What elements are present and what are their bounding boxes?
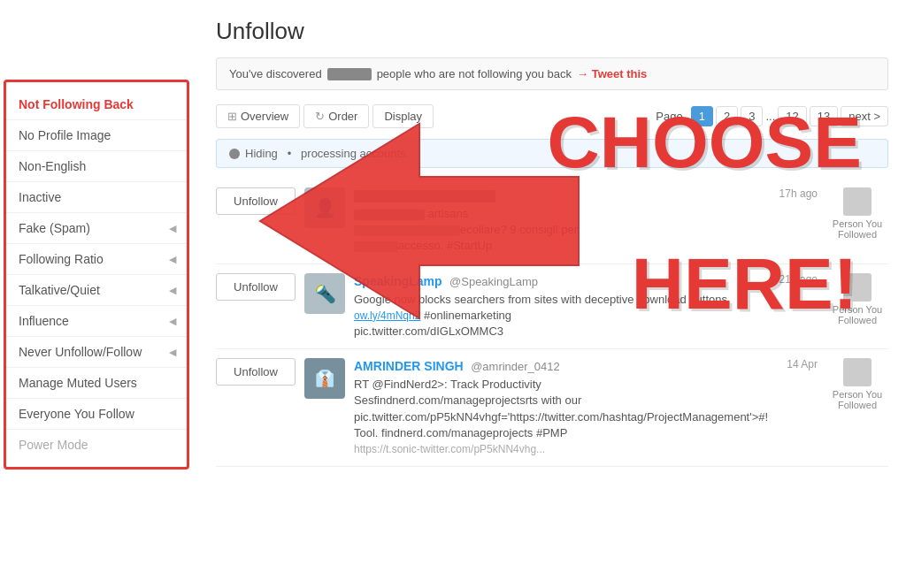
table-row: Unfollow 👔 AMRINDER SINGH @amrinder_0412… [216,349,888,467]
sidebar-item-label: Everyone You Follow [19,407,134,421]
discovery-text-pre: You've discovered [229,67,322,80]
sidebar-item-label: Non-English [19,159,86,173]
sidebar-item-fake-spam[interactable]: Fake (Spam)◀ [6,213,187,244]
user-info: SpeakingLamp @SpeakingLamp 21h ago Googl… [354,273,818,340]
order-label: Order [328,110,357,123]
user-handle: @SpeakingLamp [449,275,538,288]
relation-label: Person YouFollowed [826,358,888,410]
order-button[interactable]: ↻ Order [303,104,369,128]
tweet-url[interactable]: ow.ly/4mNqn2 [354,309,420,322]
avatar-image: 👤 [304,187,345,228]
user-name: AMRINDER SINGH [354,359,464,373]
page-13-button[interactable]: 13 [810,106,838,126]
sidebar-item-inactive[interactable]: Inactive [6,182,187,213]
user-info: 17h ago artisans ecollare? 9 consigli pe… [354,187,818,255]
discovery-text-post: people who are not following you back [377,67,572,80]
display-label: Display [384,110,422,123]
user-info: AMRINDER SINGH @amrinder_0412 14 Apr RT … [354,358,818,457]
sidebar-item-label: Fake (Spam) [19,221,90,235]
user-list: Unfollow 👤 17h ago artisans ecollare? 9 … [216,179,888,467]
display-button[interactable]: Display [372,104,434,128]
relation-label: Person YouFollowed [826,187,888,240]
order-icon: ↻ [315,110,325,123]
blurred-name [354,190,495,202]
unfollow-button[interactable]: Unfollow [216,273,296,301]
tweet-text: artisans ecollare? 9 consigli per access… [354,206,818,255]
sidebar-item-no-profile-image[interactable]: No Profile Image [6,120,187,151]
sidebar-item-manage-muted[interactable]: Manage Muted Users [6,368,187,399]
sidebar-item-label: Influence [19,314,69,328]
chevron-icon: ◀ [169,223,176,234]
relation-avatar [843,187,871,216]
grid-icon: ⊞ [227,110,237,123]
discovery-bar: You've discovered people who are not fol… [216,57,888,90]
sidebar-item-label: Following Ratio [19,252,104,266]
relation-avatar [843,273,871,302]
chevron-icon: ◀ [169,254,176,265]
sidebar-item-everyone-you-follow[interactable]: Everyone You Follow [6,399,187,430]
avatar: 👔 [304,358,345,399]
chevron-icon: ◀ [169,316,176,327]
unfollow-button[interactable]: Unfollow [216,187,296,215]
sidebar-item-power-mode: Power Mode [6,430,187,460]
tweet-time: 21h ago [779,273,818,286]
tweet-time: 14 Apr [787,358,818,370]
page-title: Unfollow [216,18,888,45]
chevron-icon: ◀ [169,285,176,296]
sidebar-item-influence[interactable]: Influence◀ [6,306,187,337]
sidebar-item-label: Never Unfollow/Follow [19,345,142,359]
page-2-button[interactable]: 2 [716,106,738,126]
blurred-count [327,68,372,80]
toolbar: ⊞ Overview ↻ Order Display Page 1 2 3 ..… [216,104,888,128]
processing-bar: Hiding • processing accounts. [216,139,888,168]
processing-dot [229,149,240,159]
sidebar-item-label: No Profile Image [19,128,111,142]
pagination: Page 1 2 3 ... 12 13 next > [656,106,888,126]
sidebar-item-non-english[interactable]: Non-English [6,151,187,182]
sidebar-item-label: Talkative/Quiet [19,283,100,297]
unfollow-button[interactable]: Unfollow [216,358,296,386]
sidebar-items: Not Following BackNo Profile ImageNon-En… [6,89,187,460]
processing-text: Hiding • processing accounts. [245,147,409,160]
sidebar-item-talkative-quiet[interactable]: Talkative/Quiet◀ [6,275,187,306]
user-handle: @amrinder_0412 [471,360,560,373]
user-name: SpeakingLamp [354,274,442,288]
avatar-image: 👔 [304,358,345,399]
page-3-button[interactable]: 3 [741,106,763,126]
overview-button[interactable]: ⊞ Overview [216,104,300,128]
sidebar-item-label: Power Mode [19,438,88,452]
avatar: 🔦 [304,273,345,314]
sidebar-item-label: Not Following Back [19,97,134,111]
relation-avatar [843,358,871,386]
overview-label: Overview [241,110,288,123]
tweet-time: 17h ago [779,187,818,200]
tweet-text: RT @FindNerd2>: Track Productivity Sesfi… [354,377,818,457]
avatar-image: 🔦 [304,273,345,314]
page-1-button[interactable]: 1 [691,106,713,126]
tweet-link[interactable]: → Tweet this [577,67,647,80]
sidebar: Not Following BackNo Profile ImageNon-En… [4,80,189,470]
avatar: 👤 [304,187,345,228]
page-12-button[interactable]: 12 [778,106,806,126]
table-row: Unfollow 🔦 SpeakingLamp @SpeakingLamp 21… [216,264,888,350]
sidebar-item-not-following-back[interactable]: Not Following Back [6,89,187,120]
sidebar-item-label: Inactive [19,190,61,204]
sidebar-item-never-unfollow[interactable]: Never Unfollow/Follow◀ [6,337,187,368]
chevron-icon: ◀ [169,347,176,358]
main-content: Unfollow You've discovered people who ar… [189,0,906,588]
table-row: Unfollow 👤 17h ago artisans ecollare? 9 … [216,179,888,264]
sidebar-item-label: Manage Muted Users [19,376,137,390]
tweet-text: Google now blocks searchers from sites w… [354,292,818,340]
page-next-button[interactable]: next > [841,106,888,126]
page-ellipsis: ... [765,110,775,123]
page-label: Page [656,110,682,123]
relation-label: Person YouFollowed [826,273,888,325]
sidebar-item-following-ratio[interactable]: Following Ratio◀ [6,244,187,275]
